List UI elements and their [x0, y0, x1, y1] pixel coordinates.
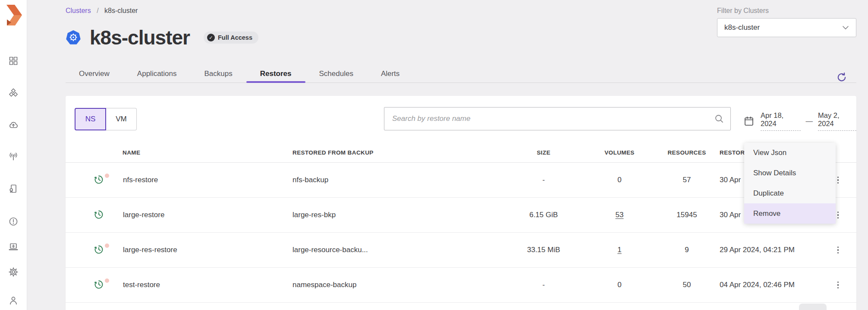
clusters-icon[interactable] [8, 87, 19, 98]
size-value: 33.15 MiB [503, 246, 584, 254]
size-value: - [503, 281, 584, 289]
row-actions-kebab-icon[interactable] [820, 244, 856, 256]
notification-dot [105, 244, 109, 248]
volumes-link[interactable]: 53 [616, 211, 624, 219]
pagination-control[interactable] [799, 304, 827, 310]
policies-icon[interactable] [8, 183, 19, 194]
menu-item-duplicate[interactable]: Duplicate [744, 183, 836, 204]
page-title-row: k8s-cluster ✓ Full Access [66, 26, 258, 49]
table-row: large-restore large-res-bkp 6.15 GiB 53 … [66, 198, 856, 233]
breadcrumb-separator: / [97, 7, 98, 14]
tab-restores[interactable]: Restores [246, 65, 305, 82]
date-range-start[interactable]: Apr 18, 2024 [761, 111, 801, 131]
calendar-icon[interactable] [744, 116, 754, 127]
notification-dot [105, 278, 109, 283]
breadcrumb: Clusters / k8s-cluster [66, 7, 138, 15]
tabbar: Overview Applications Backups Restores S… [65, 65, 413, 82]
restore-name: large-res-restore [123, 246, 177, 254]
cluster-filter-label: Filter by Clusters [717, 7, 769, 15]
restore-status-icon [94, 279, 109, 291]
search-input[interactable] [392, 114, 714, 123]
column-header-volumes: VOLUMES [584, 149, 655, 156]
search-box [384, 107, 731, 130]
date-range-separator: — [806, 117, 813, 125]
vm-add-icon[interactable] [8, 241, 19, 253]
size-value: 6.15 GiB [503, 211, 584, 219]
check-icon: ✓ [207, 34, 215, 41]
broadcast-icon[interactable] [8, 151, 19, 162]
restores-panel: NS VM Apr 18, 2024 — May 2, 2024 NAME RE… [66, 96, 856, 310]
restore-status-icon [94, 209, 109, 221]
toggle-ns-button[interactable]: NS [75, 108, 106, 130]
resources-value: 15945 [655, 211, 719, 219]
tab-overview[interactable]: Overview [65, 65, 123, 82]
restore-time-value: 04 Apr 2024, 02:46 PM [719, 281, 820, 289]
cloud-upload-icon[interactable] [8, 120, 19, 131]
kubernetes-icon [66, 30, 81, 46]
cluster-filter-select[interactable]: k8s-cluster [717, 18, 856, 37]
resources-value: 57 [655, 176, 719, 184]
restored-from-backup: nfs-backup [227, 176, 503, 184]
restored-from-backup: large-res-bkp [227, 211, 503, 219]
table-header-row: NAME RESTORED FROM BACKUP SIZE VOLUMES R… [66, 142, 856, 163]
restore-name: nfs-restore [123, 176, 158, 184]
resources-value: 50 [655, 281, 719, 289]
row-actions-kebab-icon[interactable] [820, 279, 856, 291]
row-context-menu: View Json Show Details Duplicate Remove [744, 143, 836, 224]
volumes-link[interactable]: 1 [617, 246, 621, 254]
cluster-filter-value: k8s-cluster [724, 23, 760, 32]
tab-schedules[interactable]: Schedules [305, 65, 367, 82]
app-logo-icon[interactable] [4, 3, 23, 28]
restore-status-icon [94, 244, 109, 256]
sidebar [0, 0, 27, 310]
tab-applications[interactable]: Applications [123, 65, 191, 82]
volumes-value: 0 [584, 176, 655, 184]
settings-gear-icon[interactable] [8, 266, 19, 278]
column-header-backup: RESTORED FROM BACKUP [227, 149, 503, 156]
dashboard-icon[interactable] [8, 55, 19, 66]
restore-time-value: 29 Apr 2024, 04:21 PM [719, 246, 820, 254]
date-range-filter: Apr 18, 2024 — May 2, 2024 [744, 111, 856, 131]
tab-backups[interactable]: Backups [191, 65, 246, 82]
alerts-icon[interactable] [8, 216, 19, 227]
size-value: - [503, 176, 584, 184]
resources-value: 9 [655, 246, 719, 254]
profile-icon[interactable] [8, 295, 19, 306]
access-badge-label: Full Access [218, 34, 252, 41]
date-range-end[interactable]: May 2, 2024 [818, 111, 856, 131]
menu-item-show-details[interactable]: Show Details [744, 163, 836, 183]
access-badge: ✓ Full Access [204, 32, 258, 44]
column-header-name: NAME [66, 149, 227, 156]
notification-dot [105, 174, 109, 178]
page-title: k8s-cluster [90, 26, 190, 49]
restore-status-icon [94, 174, 109, 186]
volumes-value: 0 [584, 281, 655, 289]
table-row: test-restore namespace-backup - 0 50 04 … [66, 268, 856, 303]
tabbar-divider [66, 82, 856, 83]
toggle-vm-button[interactable]: VM [106, 108, 137, 130]
table-body: nfs-restore nfs-backup - 0 57 30 Apr lar… [66, 163, 856, 303]
column-header-resources: RESOURCES [655, 149, 719, 156]
breadcrumb-current: k8s-cluster [104, 7, 138, 14]
restore-name: large-restore [123, 211, 164, 219]
table-row: large-res-restore large-resource-backu..… [66, 233, 856, 268]
menu-item-view-json[interactable]: View Json [744, 143, 836, 163]
menu-item-remove[interactable]: Remove [744, 203, 836, 224]
restored-from-backup: namespace-backup [227, 281, 503, 289]
refresh-icon[interactable] [836, 72, 847, 83]
breadcrumb-clusters-link[interactable]: Clusters [66, 7, 91, 14]
chevron-down-icon [842, 25, 849, 30]
table-row: nfs-restore nfs-backup - 0 57 30 Apr [66, 163, 856, 198]
tab-alerts[interactable]: Alerts [367, 65, 413, 82]
search-icon[interactable] [714, 114, 724, 124]
restored-from-backup: large-resource-backu... [227, 246, 503, 254]
column-header-size: SIZE [503, 149, 584, 156]
ns-vm-toggle: NS VM [75, 108, 137, 130]
restore-name: test-restore [123, 281, 160, 289]
